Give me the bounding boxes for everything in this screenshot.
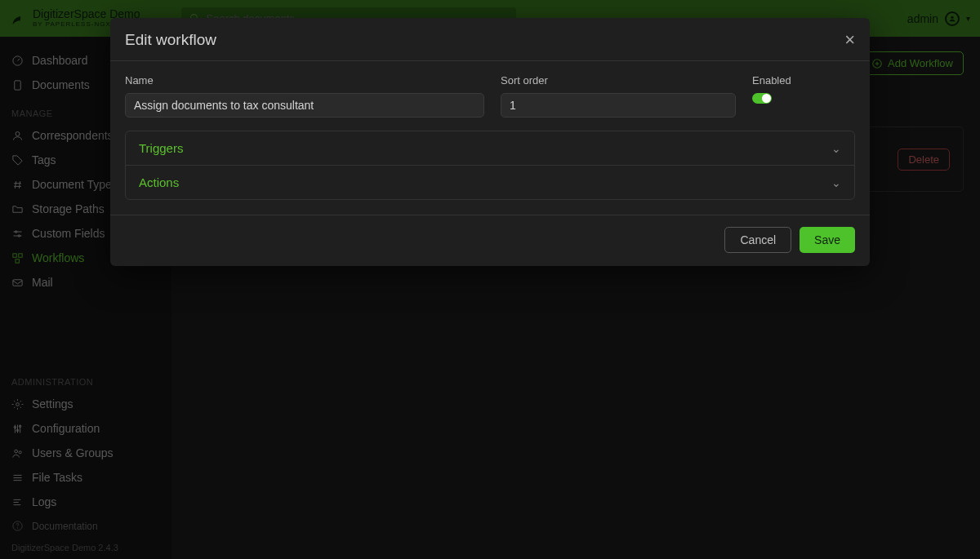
modal-title: Edit workflow xyxy=(125,31,216,49)
chevron-down-icon: ⌄ xyxy=(831,142,841,155)
triggers-accordion[interactable]: Triggers ⌄ xyxy=(126,131,854,165)
modal-close-button[interactable]: × xyxy=(844,31,855,49)
chevron-down-icon: ⌄ xyxy=(831,176,841,189)
accordion: Triggers ⌄ Actions ⌄ xyxy=(125,131,855,200)
accordion-label: Actions xyxy=(139,175,179,189)
accordion-label: Triggers xyxy=(139,141,183,155)
sort-order-label: Sort order xyxy=(501,74,736,87)
save-button[interactable]: Save xyxy=(800,227,855,253)
edit-workflow-modal: Edit workflow × Name Sort order Enabled … xyxy=(110,18,870,266)
actions-accordion[interactable]: Actions ⌄ xyxy=(126,165,854,199)
sort-order-input[interactable] xyxy=(501,93,736,118)
name-label: Name xyxy=(125,74,484,87)
workflow-name-input[interactable] xyxy=(125,93,484,118)
cancel-button[interactable]: Cancel xyxy=(724,227,791,253)
enabled-toggle[interactable] xyxy=(752,93,772,104)
enabled-label: Enabled xyxy=(752,74,855,87)
close-icon: × xyxy=(844,29,855,50)
